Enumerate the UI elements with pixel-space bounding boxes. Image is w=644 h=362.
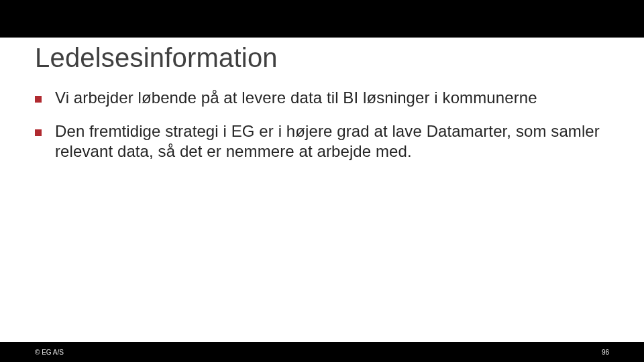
bullet-text: Vi arbejder løbende på at levere data ti… bbox=[55, 88, 537, 108]
slide-content: Ledelsesinformation Vi arbejder løbende … bbox=[0, 38, 644, 342]
list-item: Vi arbejder løbende på at levere data ti… bbox=[35, 88, 604, 108]
square-bullet-icon bbox=[35, 129, 42, 136]
bullet-text: Den fremtidige strategi i EG er i højere… bbox=[55, 121, 604, 162]
square-bullet-icon bbox=[35, 96, 42, 103]
footer: © EG A/S 96 bbox=[0, 342, 644, 362]
footer-copyright: © EG A/S bbox=[35, 349, 64, 356]
bullet-list: Vi arbejder løbende på at levere data ti… bbox=[0, 73, 644, 162]
footer-page-number: 96 bbox=[602, 349, 609, 356]
slide: Ledelsesinformation Vi arbejder løbende … bbox=[0, 0, 644, 362]
slide-title: Ledelsesinformation bbox=[0, 38, 644, 73]
top-black-bar bbox=[0, 0, 644, 38]
list-item: Den fremtidige strategi i EG er i højere… bbox=[35, 121, 604, 162]
